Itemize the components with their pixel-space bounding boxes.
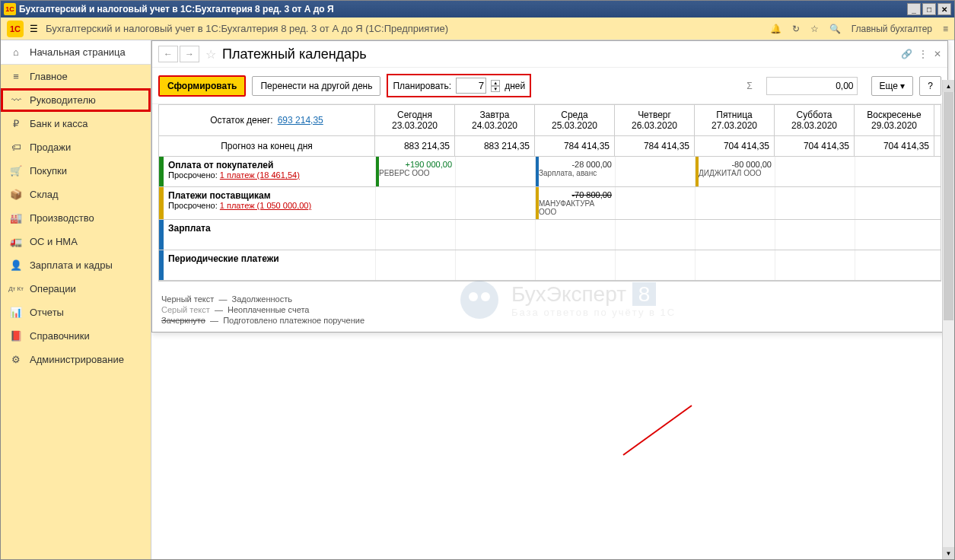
- day-header: Четверг26.03.2020: [615, 105, 695, 135]
- overdue-link[interactable]: 1 платеж (18 461,54): [220, 170, 300, 180]
- calendar-cell-empty: [535, 220, 615, 250]
- favorite-star-icon[interactable]: ☆: [205, 47, 216, 62]
- sidebar-item-1[interactable]: 〰Руководителю: [1, 88, 151, 112]
- spinner-up[interactable]: ▲: [491, 80, 500, 86]
- sidebar-label: Операции: [30, 283, 76, 294]
- sidebar-icon: 📊: [8, 307, 24, 318]
- forecast-value: 883 214,35: [375, 136, 455, 156]
- window-maximize[interactable]: □: [922, 3, 936, 15]
- window-close[interactable]: ✕: [937, 3, 951, 15]
- forecast-value: 784 414,35: [535, 136, 615, 156]
- link-icon[interactable]: 🔗: [901, 49, 912, 59]
- calendar-cell-empty: [615, 187, 695, 219]
- app-title: Бухгалтерский и налоговый учет в 1С:Бухг…: [46, 23, 448, 34]
- calendar-cell-empty: [695, 250, 775, 280]
- app-icon: 1С: [4, 3, 16, 15]
- nav-back[interactable]: ←: [158, 46, 178, 62]
- cash-label: Остаток денег:: [210, 115, 272, 126]
- sidebar-icon: 〰: [8, 94, 24, 106]
- sigma-icon[interactable]: Σ: [746, 81, 752, 91]
- sidebar-home[interactable]: ⌂ Начальная страница: [1, 40, 151, 65]
- plan-group: Планировать: ▲ ▼ дней: [387, 74, 531, 97]
- sidebar-item-10[interactable]: 📊Отчеты: [1, 301, 151, 324]
- star-icon[interactable]: ☆: [810, 24, 819, 34]
- dialog-close[interactable]: ✕: [934, 49, 941, 59]
- sidebar-item-2[interactable]: ₽Банк и касса: [1, 112, 151, 135]
- search-icon[interactable]: 🔍: [829, 24, 841, 34]
- sidebar-item-12[interactable]: ⚙Администрирование: [1, 348, 151, 371]
- calendar-cell-empty: [775, 220, 855, 250]
- calendar-cell-empty: [615, 220, 695, 250]
- calendar-cell-empty: [455, 157, 535, 186]
- day-header: Воскресенье29.03.2020: [855, 105, 934, 135]
- payment-calendar-dialog: ← → ☆ Платежный календарь 🔗 ⋮ ✕ Сформиро…: [151, 40, 948, 332]
- calendar-cell-empty: [455, 220, 535, 250]
- sidebar-icon: Дт Кт: [8, 285, 24, 292]
- calendar-cell[interactable]: -70 800,00МАНУФАКТУРА ООО: [535, 187, 615, 219]
- sidebar-label: Зарплата и кадры: [30, 259, 113, 271]
- hamburger-icon[interactable]: ☰: [30, 24, 38, 34]
- sidebar-label: ОС и НМА: [30, 236, 78, 247]
- kebab-icon[interactable]: ⋮: [918, 49, 928, 59]
- forecast-value: 704 414,35: [775, 136, 855, 156]
- window-minimize[interactable]: _: [907, 3, 921, 15]
- calendar-row: Оплата от покупателейПросрочено: 1 плате…: [159, 157, 941, 187]
- calendar-cell-empty: [375, 187, 455, 219]
- sidebar-label: Банк и касса: [30, 118, 88, 129]
- sidebar-item-3[interactable]: 🏷Продажи: [1, 135, 151, 159]
- sidebar-item-5[interactable]: 📦Склад: [1, 183, 151, 206]
- menu-dots-icon[interactable]: ≡: [943, 24, 948, 34]
- sidebar-icon: 📦: [8, 189, 24, 200]
- logo-icon: 1С: [7, 21, 24, 37]
- sidebar-icon: ₽: [8, 118, 24, 129]
- calendar-cell[interactable]: -28 000,00Зарплата, аванс: [535, 157, 615, 186]
- sidebar-label: Администрирование: [30, 354, 124, 365]
- scroll-thumb[interactable]: [944, 92, 953, 320]
- legend: Черный текст — Задолженность Серый текст…: [152, 288, 947, 332]
- sidebar-label: Склад: [30, 189, 59, 200]
- calendar-cell-empty: [695, 187, 775, 219]
- move-day-button[interactable]: Перенести на другой день: [252, 76, 380, 96]
- sidebar-label: Продажи: [30, 142, 71, 153]
- help-button[interactable]: ?: [919, 76, 941, 96]
- calendar-cell-empty: [695, 220, 775, 250]
- bell-icon[interactable]: 🔔: [770, 24, 782, 34]
- calendar-cell-empty: [535, 250, 615, 280]
- sidebar-item-8[interactable]: 👤Зарплата и кадры: [1, 253, 151, 277]
- sidebar-item-6[interactable]: 🏭Производство: [1, 206, 151, 230]
- scrollbar[interactable]: ▲ ▼: [942, 80, 954, 559]
- day-header: Сегодня23.03.2020: [375, 105, 455, 135]
- plan-days-input[interactable]: [456, 78, 486, 94]
- cash-balance-link[interactable]: 693 214,35: [278, 115, 323, 126]
- history-icon[interactable]: ↻: [792, 24, 800, 34]
- forecast-value: 784 414,35: [615, 136, 695, 156]
- more-button[interactable]: Еще ▾: [871, 76, 914, 96]
- calendar-cell-empty: [855, 157, 934, 186]
- sidebar-icon: ⚙: [8, 354, 24, 365]
- day-header: Среда25.03.2020: [535, 105, 615, 135]
- overdue-link[interactable]: 1 платеж (1 050 000,00): [220, 201, 311, 210]
- calendar-grid: Остаток денег: 693 214,35 Сегодня23.03.2…: [158, 104, 941, 282]
- calendar-cell[interactable]: -80 000,00ДИДЖИТАЛ ООО: [695, 157, 775, 186]
- spinner-down[interactable]: ▼: [491, 86, 500, 92]
- sidebar-label: Покупки: [30, 165, 67, 177]
- nav-forward[interactable]: →: [180, 46, 199, 62]
- sidebar-item-7[interactable]: 🚛ОС и НМА: [1, 230, 151, 253]
- generate-button[interactable]: Сформировать: [158, 75, 246, 97]
- sidebar-item-4[interactable]: 🛒Покупки: [1, 159, 151, 183]
- sidebar-icon: 🛒: [8, 165, 24, 177]
- calendar-cell[interactable]: +190 000,00РЕВЕРС ООО: [375, 157, 455, 186]
- plan-unit: дней: [505, 81, 525, 91]
- calendar-cell-empty: [615, 250, 695, 280]
- user-label[interactable]: Главный бухгалтер: [852, 24, 932, 34]
- scroll-down[interactable]: ▼: [943, 547, 954, 559]
- plan-label: Планировать:: [393, 81, 451, 91]
- sidebar-item-9[interactable]: Дт КтОперации: [1, 277, 151, 301]
- dialog-title: Платежный календарь: [222, 46, 901, 62]
- calendar-cell-empty: [855, 220, 934, 250]
- scroll-up[interactable]: ▲: [943, 80, 954, 92]
- sum-field[interactable]: 0,00: [766, 77, 858, 95]
- calendar-cell-empty: [775, 157, 855, 186]
- sidebar-item-0[interactable]: ≡Главное: [1, 65, 151, 88]
- sidebar-item-11[interactable]: 📕Справочники: [1, 324, 151, 348]
